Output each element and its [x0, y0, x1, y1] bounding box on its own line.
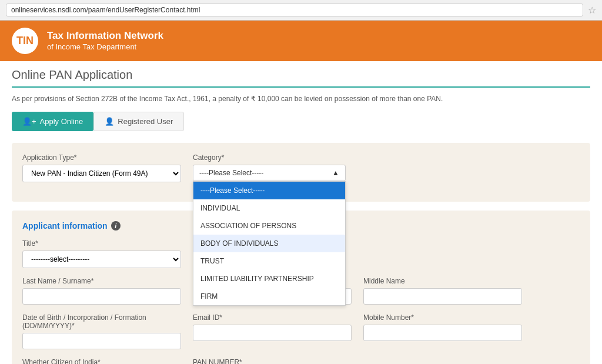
info-icon: i [111, 221, 121, 231]
category-dropdown-wrapper: ----Please Select----- ▲ ----Please Sele… [193, 165, 346, 181]
category-option-please-select[interactable]: ----Please Select----- [193, 182, 345, 199]
browser-url[interactable]: onlineservices.nsdl.com/paam/endUserRegi… [6, 4, 583, 16]
email-group: Email ID* [193, 313, 352, 341]
pan-label: PAN NUMBER* [193, 358, 352, 364]
tab-bar: 👤+ Apply Online 👤 Registered User [12, 112, 590, 131]
category-dropdown-menu: ----Please Select----- INDIVIDUAL ASSOCI… [193, 181, 346, 306]
mobile-group: Mobile Number* [363, 313, 522, 341]
email-input[interactable] [193, 325, 352, 341]
category-option-individual[interactable]: INDIVIDUAL [193, 199, 345, 217]
lastname-input[interactable] [22, 288, 181, 305]
page-title: Online PAN Application [12, 61, 590, 88]
category-option-firm[interactable]: FIRM [193, 288, 345, 305]
site-logo: TIN [12, 28, 38, 54]
dob-email-mobile-row: Date of Birth / Incorporation / Formatio… [22, 313, 580, 349]
category-label: Category* [193, 153, 346, 162]
user-icon: 👤 [105, 117, 114, 126]
dob-group: Date of Birth / Incorporation / Formatio… [22, 313, 181, 349]
category-option-boi[interactable]: BODY OF INDIVIDUALS [193, 235, 345, 252]
title-label: Title* [22, 239, 181, 248]
category-group: Category* ----Please Select----- ▲ ----P… [193, 153, 346, 181]
lastname-label: Last Name / Surname* [22, 277, 181, 285]
bookmark-icon[interactable]: ☆ [588, 5, 596, 16]
citizen-pan-row: Whether Citizen of India* Yes No PAN NUM… [22, 358, 580, 364]
page-content: Online PAN Application As per provisions… [0, 61, 602, 364]
middlename-group: Middle Name [363, 277, 522, 305]
mobile-input[interactable] [363, 325, 522, 341]
category-option-aop[interactable]: ASSOCIATION OF PERSONS [193, 217, 345, 235]
category-dropdown-toggle[interactable]: ----Please Select----- ▲ [193, 165, 346, 181]
middlename-label: Middle Name [363, 277, 522, 285]
dob-input[interactable] [22, 333, 181, 349]
citizen-label: Whether Citizen of India* [22, 358, 181, 364]
chevron-up-icon: ▲ [332, 169, 339, 177]
site-header: TIN Tax Information Network of Income Ta… [0, 21, 602, 61]
dob-label: Date of Birth / Incorporation / Formatio… [22, 313, 181, 330]
category-option-llp[interactable]: LIMITED LIABILITY PARTNERSHIP [193, 270, 345, 288]
pan-group: PAN NUMBER* [193, 358, 352, 364]
mobile-label: Mobile Number* [363, 313, 522, 322]
title-group: Title* --------select--------- Mr. Mrs. … [22, 239, 181, 268]
notice-text: As per provisions of Section 272B of the… [12, 95, 590, 103]
middlename-input[interactable] [363, 288, 522, 305]
app-type-category-row: Application Type* New PAN - Indian Citiz… [22, 153, 580, 182]
lastname-group: Last Name / Surname* [22, 277, 181, 305]
title-select[interactable]: --------select--------- Mr. Mrs. Ms. Dr. [22, 251, 181, 268]
email-label: Email ID* [193, 313, 352, 322]
tab-registered-user[interactable]: 👤 Registered User [93, 112, 184, 131]
user-plus-icon: 👤+ [22, 117, 36, 126]
tab-apply-online[interactable]: 👤+ Apply Online [12, 112, 93, 131]
app-type-label: Application Type* [22, 153, 181, 162]
application-type-section: Application Type* New PAN - Indian Citiz… [12, 143, 590, 202]
category-option-trust[interactable]: TRUST [193, 252, 345, 270]
browser-bar: onlineservices.nsdl.com/paam/endUserRegi… [0, 0, 602, 21]
app-type-select[interactable]: New PAN - Indian Citizen (Form 49A) [22, 165, 181, 182]
app-type-group: Application Type* New PAN - Indian Citiz… [22, 153, 181, 182]
site-title: Tax Information Network of Income Tax De… [47, 29, 163, 52]
citizen-group: Whether Citizen of India* Yes No [22, 358, 181, 364]
